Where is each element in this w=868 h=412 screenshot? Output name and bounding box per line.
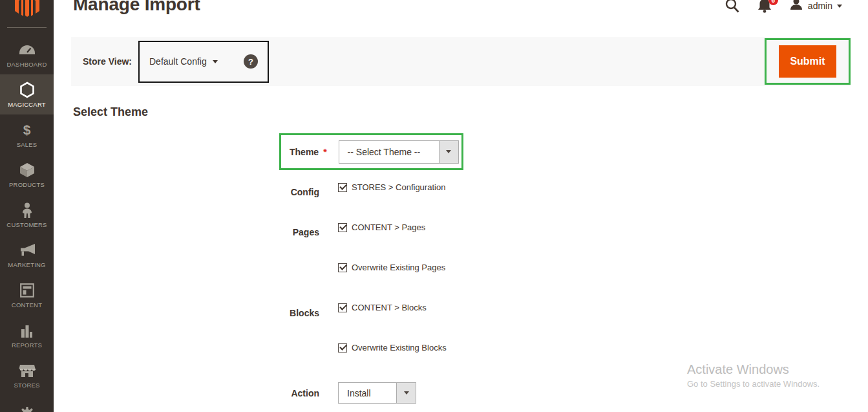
sidebar-item-label: SALES [17,141,37,148]
sidebar-item-system[interactable] [0,395,54,412]
help-icon[interactable]: ? [244,54,258,69]
checkbox-checked-icon[interactable] [338,343,347,352]
action-select-arrow-button[interactable] [396,383,416,403]
pages-checkbox-label: CONTENT > Pages [352,222,425,232]
sidebar-item-label: MARKETING [8,261,45,268]
gear-icon [19,406,35,412]
sidebar-item-dashboard[interactable]: DASHBOARD [0,34,54,74]
watermark-line1: Activate Windows [687,362,820,377]
theme-select[interactable]: -- Select Theme -- [339,140,459,164]
sidebar-item-reports[interactable]: REPORTS [0,315,54,355]
search-icon[interactable] [725,0,740,14]
windows-activation-watermark: Activate Windows Go to Settings to activ… [687,362,820,389]
sidebar-item-content[interactable]: CONTENT [0,275,54,315]
overwrite-blocks-checkbox-label: Overwrite Existing Blocks [352,343,447,352]
chevron-down-icon [213,60,218,63]
box-icon [19,162,35,179]
store-view-label: Store View: [83,56,132,67]
dollar-icon: $ [23,122,31,138]
magento-logo-icon [15,0,39,21]
overwrite-blocks-checkbox-row[interactable]: Overwrite Existing Blocks [338,343,447,352]
sidebar-item-customers[interactable]: CUSTOMERS [0,195,54,235]
bar-chart-icon [20,322,34,339]
watermark-line2: Go to Settings to activate Windows. [687,379,820,389]
section-title: Select Theme [73,105,148,119]
sidebar-menu: DASHBOARD MAGICCART $ SALES [0,34,54,412]
submit-button[interactable]: Submit [779,45,836,78]
sidebar-item-label: MAGICCART [8,101,46,108]
sidebar-item-label: DASHBOARD [7,61,47,68]
gauge-icon [19,41,36,58]
sidebar-item-marketing[interactable]: MARKETING [0,235,54,275]
admin-sidebar: DASHBOARD MAGICCART $ SALES [0,0,54,412]
chevron-down-icon [404,391,409,395]
theme-field-label: Theme [290,147,319,157]
theme-select-value: -- Select Theme -- [339,141,439,163]
sidebar-divider [7,27,47,28]
sidebar-item-label: CONTENT [12,301,42,309]
sidebar-item-sales[interactable]: $ SALES [0,114,54,155]
action-select[interactable]: Install [338,382,416,404]
checkbox-checked-icon[interactable] [338,183,347,192]
magento-logo[interactable] [0,0,54,19]
config-field-label: Config [235,187,319,197]
theme-select-arrow-button[interactable] [439,141,458,163]
notifications-bell-icon[interactable]: 6 [757,0,772,14]
blocks-checkbox-row[interactable]: CONTENT > Blocks [338,303,427,312]
submit-annotation-box: Submit [765,38,851,85]
store-view-value: Default Config [149,56,207,67]
theme-annotation-box: Theme * -- Select Theme -- [279,133,463,170]
megaphone-icon [19,242,36,259]
sidebar-item-stores[interactable]: STORES [0,355,54,395]
required-asterisk: * [323,147,326,157]
admin-user-menu[interactable]: admin [789,0,842,14]
blocks-field-label: Blocks [235,308,319,318]
manage-import-page: DASHBOARD MAGICCART $ SALES [0,0,868,412]
checkbox-checked-icon[interactable] [338,303,347,312]
overwrite-pages-checkbox-label: Overwrite Existing Pages [352,263,445,272]
storefront-icon [19,362,36,379]
sidebar-item-label: STORES [14,382,39,389]
sidebar-item-products[interactable]: PRODUCTS [0,155,54,195]
store-view-annotation-box: Default Config ? [138,41,269,83]
page-title: Manage Import [73,0,200,15]
checkbox-checked-icon[interactable] [338,223,347,232]
admin-username: admin [808,1,832,11]
sidebar-item-magiccart[interactable]: MAGICCART [0,74,54,114]
pages-checkbox-row[interactable]: CONTENT > Pages [338,222,425,232]
layout-icon [20,282,34,299]
hexagon-icon [19,81,35,98]
blocks-checkbox-label: CONTENT > Blocks [352,303,427,312]
chevron-down-icon [446,150,451,153]
action-field-label: Action [235,388,319,398]
page-toolbar: Store View: Default Config ? Submit [71,37,851,86]
overwrite-pages-checkbox-row[interactable]: Overwrite Existing Pages [338,263,445,272]
checkbox-checked-icon[interactable] [338,263,347,272]
sidebar-item-label: CUSTOMERS [6,221,47,228]
sidebar-item-label: REPORTS [12,342,42,349]
chevron-down-icon [837,5,842,8]
person-icon [21,202,34,219]
header-actions: 6 admin [725,0,842,14]
user-avatar-icon [789,0,803,14]
store-view-switcher[interactable]: Default Config [149,56,218,67]
config-checkbox-row[interactable]: STORES > Configuration [338,182,445,192]
config-checkbox-label: STORES > Configuration [352,182,445,192]
sidebar-item-label: PRODUCTS [9,181,45,188]
pages-field-label: Pages [235,227,319,237]
action-select-value: Install [339,383,396,403]
